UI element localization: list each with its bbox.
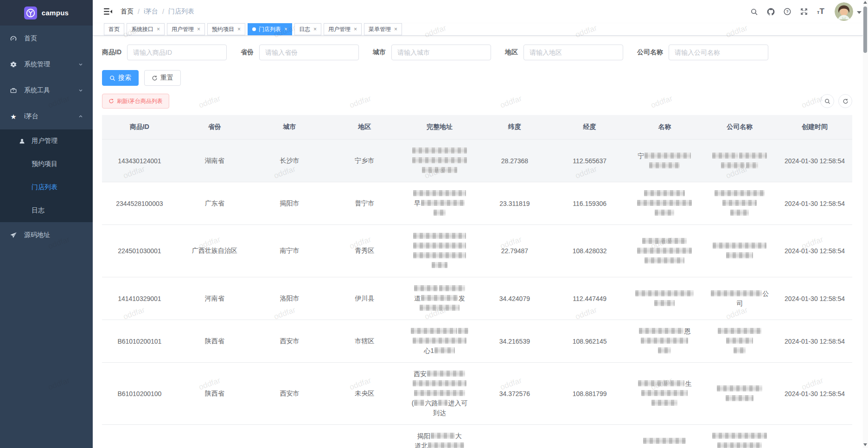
province-input[interactable] [259,45,359,60]
close-icon[interactable]: × [237,26,241,32]
sidebar: campus 首页 系统管理 [0,0,93,448]
fullscreen-icon[interactable] [796,0,812,23]
breadcrumb-imaotai: i茅台 [144,7,158,16]
sidebar-item-logs[interactable]: 日志 [0,199,93,222]
cell-district: 青秀区 [327,225,402,277]
scroll-up-icon[interactable] [863,1,867,4]
header-search-icon[interactable] [746,0,762,23]
tab-menu-management[interactable]: 菜单管理× [364,23,402,35]
sidebar-item-reservation-projects[interactable]: 预约项目 [0,153,93,176]
sidebar-item-store-list[interactable]: 门店列表 [0,176,93,199]
close-icon[interactable]: × [313,26,317,32]
visible-text-fragment: 到达 [433,409,446,416]
visible-text-fragment: 大 [455,432,462,440]
cell-district: 未央区 [327,363,402,425]
scroll-down-icon[interactable] [863,443,867,446]
district-label: 地区 [505,48,518,57]
redacted-blur [638,380,684,386]
redacted-blur [420,305,460,311]
tab-reservation-projects[interactable]: 预约项目× [207,23,245,35]
redacted-blur [712,153,738,159]
tab-system-api[interactable]: 系统接口× [127,23,165,35]
redacted-blur [721,162,745,168]
tab-logs[interactable]: 日志× [294,23,321,35]
user-icon [19,138,26,145]
redacted-blur [641,390,688,396]
visible-text-fragment: 宁 [638,152,644,160]
redacted-blur [730,210,749,216]
redacted-blur [718,328,761,334]
close-icon[interactable]: × [197,26,200,32]
redacted-blur [434,347,455,353]
table-row: 141410329001河南省洛阳市伊川县道发34.424079112.4474… [102,277,852,320]
cell-province: 广东省 [177,182,252,225]
avatar [835,2,853,21]
search-form: 商品ID 省份 城市 地区 公司名称 [102,45,852,60]
cell-district: 宁乡市 [327,140,402,182]
search-button[interactable]: 搜索 [102,70,139,86]
redacted-blur [643,438,686,444]
close-icon[interactable]: × [394,26,397,32]
refresh-table-button[interactable] [838,94,852,108]
redacted-blur [726,395,753,401]
page-scrollbar[interactable] [863,0,868,448]
gear-icon [9,61,18,68]
sidebar-item-source-code[interactable]: 源码地址 [0,222,93,248]
help-icon[interactable]: ? [779,0,796,23]
col-longitude: 经度 [552,115,627,140]
scrollbar-thumb[interactable] [863,6,867,53]
close-icon[interactable]: × [284,26,287,32]
tab-user-management-1[interactable]: 用户管理× [167,23,205,35]
close-icon[interactable]: × [157,26,160,32]
redacted-blur [414,390,465,396]
cell-address: 心1 [402,320,477,363]
font-size-icon[interactable]: тT [812,0,829,23]
cell-lat [477,425,552,448]
breadcrumb-home[interactable]: 首页 [121,7,134,16]
close-icon[interactable]: × [354,26,357,32]
visible-text-fragment: 恩 [684,327,690,335]
sidebar-item-user-management[interactable]: 用户管理 [0,129,93,153]
breadcrumb-separator: / [162,8,164,15]
github-icon[interactable] [762,0,779,23]
sidebar-item-imaotai[interactable]: ★ i茅台 [0,103,93,129]
col-province: 省份 [177,115,252,140]
sidebar-item-label: 日志 [32,206,45,215]
visible-text-fragment: 进入可 [448,399,467,407]
cell-product_id: 224501030001 [102,225,177,277]
city-input[interactable] [391,45,491,60]
sidebar-item-system-management[interactable]: 系统管理 [0,51,93,77]
redacted-blur [439,285,465,291]
tab-home[interactable]: 首页 [104,23,124,35]
toolbox-icon [9,87,18,94]
cell-city: 长沙市 [252,140,327,182]
breadcrumb-separator: / [138,8,140,15]
toggle-search-button[interactable] [820,94,834,108]
redacted-blur [645,153,691,159]
refresh-icon [152,75,158,81]
sidebar-menu: 首页 系统管理 系统工具 ★ [0,26,93,248]
cell-company [702,140,777,182]
cell-name: 恩 [627,320,702,363]
cell-district: 普宁市 [327,182,402,225]
cell-lat: 22.79487 [477,225,552,277]
city-label: 城市 [373,48,386,57]
cell-address [402,140,477,182]
district-input[interactable] [523,45,623,60]
sidebar-item-system-tools[interactable]: 系统工具 [0,77,93,103]
cell-created: 2024-01-30 12:58:54 [777,140,852,182]
caret-down-icon [857,11,862,14]
sidebar-toggle-icon[interactable] [104,8,112,15]
tab-store-list[interactable]: 门店列表× [248,23,292,35]
sidebar-item-home[interactable]: 首页 [0,26,93,51]
cell-name [627,182,702,225]
logo[interactable]: campus [0,0,93,26]
refresh-product-list-button[interactable]: 刷新i茅台商品列表 [102,94,169,109]
col-full-address: 完整地址 [402,115,477,140]
user-menu[interactable] [835,2,862,21]
reset-button[interactable]: 重置 [144,70,181,86]
company-name-input[interactable] [669,45,768,60]
tab-user-management-2[interactable]: 用户管理× [324,23,362,35]
product-id-input[interactable] [127,45,227,60]
cell-lat: 28.27368 [477,140,552,182]
